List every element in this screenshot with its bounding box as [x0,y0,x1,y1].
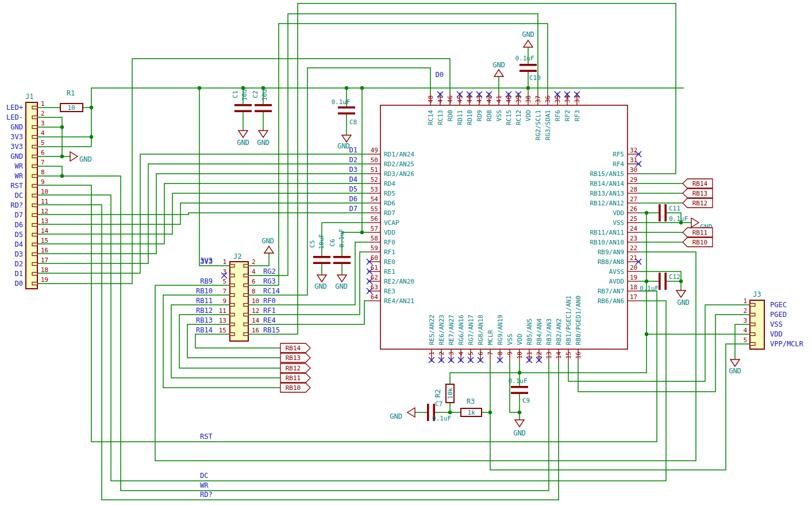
pin [32,224,37,227]
pin-number: 16 [252,327,259,334]
pin-number: 17 [41,257,48,264]
pin-number: 19 [41,276,48,284]
value-label: 1k [467,409,475,416]
junction-dot [60,125,64,129]
junction-dot [198,86,201,90]
capacitor-C2[interactable] [255,104,272,112]
gnd-symbol-icon [730,359,740,366]
global-label-RB13[interactable]: RB13 [683,189,713,198]
pin-number: 2 [252,258,256,266]
capacitor-C5[interactable] [313,256,330,264]
junction-dot [679,280,683,283]
schematic-canvas[interactable]: PIC32MX370F512H IC1 49RD1/AN24D150RD2/AN… [0,0,812,505]
global-label-RB13[interactable]: RB13 [280,353,310,362]
net-label: D7 [15,211,23,219]
pin-number: 3 [743,317,747,324]
value-label: 0.1uF [338,228,345,247]
net-label: D4 [349,175,357,183]
wire [490,344,750,470]
ref-label: J2 [233,253,241,261]
pin-number: 4 [252,268,256,276]
pin-name: RB1/PGEC1/AN1 [565,296,572,345]
global-label-text: RB14 [286,345,301,352]
pin-name: AVDD [609,278,625,285]
net-label: RB13 [196,316,213,324]
pin-number: 9 [41,178,45,186]
capacitor-C9[interactable] [511,386,528,394]
ref-label: C11 [669,205,680,212]
pin [244,284,248,287]
pin [32,273,37,276]
capacitor-C12[interactable] [659,273,667,290]
net-label: D6 [349,195,357,203]
global-label-text: RB12 [692,200,708,207]
net-label: D5 [15,231,23,239]
global-label-RB14[interactable]: RB14 [683,179,713,188]
connector-J2[interactable] [230,262,248,341]
ic-body[interactable] [368,93,640,362]
net-label: RF1 [263,307,276,315]
cap-plate [659,273,661,290]
pin-number: 13 [545,351,553,359]
capacitor-C10[interactable] [519,64,537,72]
connector-J3[interactable] [750,300,764,349]
connector-J1[interactable] [26,102,37,289]
pin-name: RF2 [564,110,571,121]
ref-label: C10 [529,74,541,82]
pin-number: 6 [477,351,484,355]
ref-label: R3 [467,397,475,405]
capacitor-C11[interactable] [659,204,667,221]
gnd-label: GND [522,30,534,39]
global-label-RB10[interactable]: RB10 [683,238,713,247]
pin-name: RB4/AN4 [536,318,543,345]
net-label: 3V3 [10,143,23,151]
pin-number: 18 [630,284,637,291]
pin-name: RE7/AN27 [448,315,455,345]
net-label: D0 [436,71,444,79]
wire [37,154,368,273]
junction-dot [645,280,648,283]
global-label-RB12[interactable]: RB12 [280,364,310,373]
pin-number: 13 [219,317,226,324]
pin-number: 15 [41,237,48,244]
pin-name: RG6/AN16 [457,315,465,345]
net-label: D2 [349,156,357,164]
pin [244,304,248,307]
global-label-RB11[interactable]: RB11 [683,228,713,237]
pin-number: 51 [371,166,378,174]
pin-name: VCAP [384,219,399,227]
global-label-RB14[interactable]: RB14 [280,343,310,353]
pin [32,146,37,148]
junction-dot [448,411,452,414]
net-label: 3V3 [10,133,23,141]
pin-number: 49 [371,147,378,154]
pin-name: RG2/SCL1 [534,110,542,140]
capacitor-C1[interactable] [234,104,252,112]
pin [244,274,248,277]
global-label-RB11[interactable]: RB11 [280,373,310,382]
capacitor-C8[interactable] [338,106,355,114]
net-label: D6 [15,221,23,229]
global-label-RB10[interactable]: RB10 [280,383,310,392]
pin-number: 59 [371,244,378,252]
pin-number: 13 [41,217,48,225]
connector-body [230,262,248,341]
capacitor-C6[interactable] [333,256,351,264]
net-label: D3 [349,166,357,174]
wire [37,213,368,215]
pin-number: 56 [371,215,378,223]
pin [32,253,37,256]
pin-number: 2 [743,307,747,315]
pin-name: RG7/AN17 [467,315,475,345]
pin-number: 21 [630,254,637,262]
pin-name: RD2/AN25 [384,160,414,168]
pin-number: 22 [630,244,637,252]
ref-label: C2 [252,90,259,98]
pin-number: 11 [219,307,226,315]
pin-number: 8 [41,169,45,176]
pin [32,243,37,246]
net-label: VDD [770,330,783,338]
junction-dot [360,231,364,234]
global-label-RB12[interactable]: RB12 [683,198,713,208]
pin-number: 37 [534,95,542,103]
